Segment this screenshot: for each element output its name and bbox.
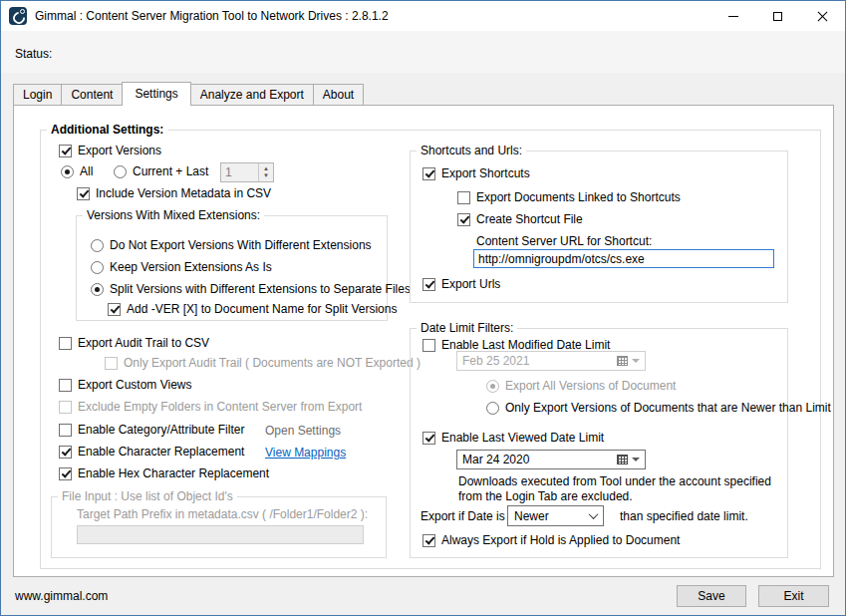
export-urls-checkbox[interactable]: Export Urls	[423, 277, 500, 291]
export-docs-linked-checkbox[interactable]: Export Documents Linked to Shortcuts	[457, 190, 681, 204]
target-path-label: Target Path Prefix in metadata.csv ( /Fo…	[77, 507, 368, 521]
mixed-extensions-group-label: Versions With Mixed Extensions:	[83, 208, 264, 222]
only-export-audit-trail-label: Only Export Audit Trail ( Documents are …	[124, 356, 421, 370]
checkbox-icon	[77, 187, 90, 200]
export-shortcuts-checkbox[interactable]: Export Shortcuts	[423, 166, 530, 180]
split-versions-label: Split Versions with Different Extensions…	[110, 282, 411, 296]
last-modified-date-value: Feb 25 2021	[462, 354, 613, 368]
open-settings-label: Open Settings	[265, 424, 341, 438]
export-docs-linked-label: Export Documents Linked to Shortcuts	[476, 190, 681, 204]
create-shortcut-file-checkbox[interactable]: Create Shortcut File	[457, 212, 583, 226]
include-version-metadata-checkbox[interactable]: Include Version Metadata in CSV	[77, 186, 271, 200]
split-versions-radio[interactable]: Split Versions with Different Extensions…	[91, 282, 411, 296]
enable-category-filter-label: Enable Category/Attribute Filter	[78, 423, 244, 437]
status-label: Status:	[15, 47, 52, 61]
checkbox-icon	[59, 379, 72, 392]
export-audit-trail-checkbox[interactable]: Export Audit Trail to CSV	[59, 336, 209, 350]
checkbox-icon	[59, 424, 72, 437]
only-newer-versions-radio[interactable]: Only Export Versions of Documents that a…	[486, 401, 831, 415]
keep-version-extensions-label: Keep Version Extensions As Is	[110, 260, 272, 274]
gimmal-logo-icon	[9, 7, 27, 25]
radio-icon	[114, 165, 127, 178]
export-urls-label: Export Urls	[441, 277, 500, 291]
export-versions-checkbox[interactable]: Export Versions	[59, 144, 161, 157]
stepper-value: 1	[221, 163, 258, 181]
export-if-date-value: Newer	[514, 509, 590, 523]
enable-hex-replacement-checkbox[interactable]: Enable Hex Character Replacement	[59, 466, 269, 480]
minimize-button[interactable]	[710, 1, 755, 31]
export-if-date-select[interactable]: Newer	[507, 505, 604, 526]
shortcuts-and-urls-group: Shortcuts and Urls: Export Shortcuts Exp…	[410, 151, 788, 303]
radio-icon	[91, 283, 104, 296]
window-controls	[710, 1, 845, 31]
tab-analyze-and-export[interactable]: Analyze and Export	[190, 84, 314, 105]
stepper-up-icon: ▲	[263, 165, 269, 172]
keep-version-extensions-radio[interactable]: Keep Version Extensions As Is	[91, 260, 272, 274]
tab-settings[interactable]: Settings	[122, 82, 190, 106]
window-title: Gimmal : Content Server Migration Tool t…	[35, 9, 389, 23]
additional-settings-group-label: Additional Settings:	[47, 123, 167, 137]
file-input-group-label: File Input : Use list of Object Id's	[58, 489, 237, 503]
export-versions-label: Export Versions	[78, 144, 161, 157]
close-button[interactable]	[800, 1, 845, 31]
export-audit-trail-label: Export Audit Trail to CSV	[78, 336, 209, 350]
radio-icon	[61, 165, 74, 178]
checkbox-icon	[423, 534, 435, 547]
do-not-export-versions-radio[interactable]: Do Not Export Versions With Different Ex…	[91, 238, 372, 252]
export-custom-views-label: Export Custom Views	[78, 378, 192, 392]
enable-last-modified-checkbox[interactable]: Enable Last Modified Date Limit	[423, 338, 610, 352]
stepper-buttons: ▲ ▼	[258, 163, 273, 181]
maximize-button[interactable]	[755, 1, 800, 31]
export-if-date-label: Export if Date is	[421, 509, 505, 523]
radio-icon	[486, 402, 499, 415]
stepper-down-icon: ▼	[263, 172, 269, 179]
export-all-versions-radio: Export All Versions of Document	[486, 379, 676, 393]
always-export-hold-checkbox[interactable]: Always Export if Hold is Applied to Docu…	[423, 533, 680, 547]
all-radio[interactable]: All	[61, 164, 93, 178]
enable-hex-replacement-label: Enable Hex Character Replacement	[78, 466, 269, 480]
enable-character-replacement-checkbox[interactable]: Enable Character Replacement	[59, 445, 244, 459]
tab-about[interactable]: About	[313, 84, 364, 105]
include-version-metadata-label: Include Version Metadata in CSV	[96, 186, 271, 200]
view-mappings-link[interactable]: View Mappings	[265, 446, 346, 460]
checkbox-icon	[423, 167, 435, 180]
checkbox-icon	[59, 145, 72, 157]
checkbox-icon	[423, 339, 435, 352]
exit-button[interactable]: Exit	[758, 585, 829, 607]
enable-character-replacement-label: Enable Character Replacement	[78, 445, 244, 459]
tab-content[interactable]: Content	[61, 84, 123, 105]
checkbox-icon	[423, 432, 435, 445]
file-input-group: File Input : Use list of Object Id's Tar…	[51, 496, 387, 558]
export-custom-views-checkbox[interactable]: Export Custom Views	[59, 378, 192, 392]
tab-login[interactable]: Login	[13, 84, 62, 105]
mixed-extensions-group: Versions With Mixed Extensions: Do Not E…	[76, 215, 388, 321]
radio-icon	[91, 261, 104, 274]
current-plus-last-label: Current + Last	[133, 164, 208, 178]
checkbox-icon	[59, 401, 72, 414]
last-modified-date-picker: Feb 25 2021	[456, 351, 646, 371]
enable-last-viewed-checkbox[interactable]: Enable Last Viewed Date Limit	[423, 431, 604, 445]
checkbox-icon	[105, 357, 118, 370]
tab-strip: Login Content Settings Analyze and Expor…	[13, 82, 363, 105]
exclude-empty-folders-checkbox: Exclude Empty Folders in Content Server …	[59, 400, 362, 414]
checkbox-icon	[59, 467, 72, 480]
close-icon	[817, 11, 828, 22]
current-plus-last-radio[interactable]: Current + Last	[114, 164, 208, 178]
last-viewed-date-picker[interactable]: Mar 24 2020	[456, 450, 646, 469]
cs-url-input[interactable]	[473, 249, 774, 268]
checkbox-icon	[457, 213, 470, 226]
than-date-limit-label: than specified date limit.	[620, 509, 748, 523]
app-window: Gimmal : Content Server Migration Tool t…	[0, 0, 846, 616]
chevron-down-icon	[632, 458, 640, 462]
checkbox-icon	[59, 446, 72, 459]
radio-icon	[91, 239, 104, 252]
chevron-down-icon	[589, 509, 599, 519]
enable-category-filter-checkbox[interactable]: Enable Category/Attribute Filter	[59, 423, 244, 437]
add-ver-checkbox[interactable]: Add -VER [X] to Document Name for Split …	[108, 302, 397, 316]
calendar-icon	[617, 356, 628, 366]
minimize-icon	[728, 16, 738, 17]
save-button[interactable]: Save	[677, 585, 746, 607]
status-strip: Status:	[1, 31, 845, 73]
enable-last-viewed-label: Enable Last Viewed Date Limit	[441, 431, 604, 445]
only-export-audit-trail-checkbox: Only Export Audit Trail ( Documents are …	[105, 356, 421, 370]
